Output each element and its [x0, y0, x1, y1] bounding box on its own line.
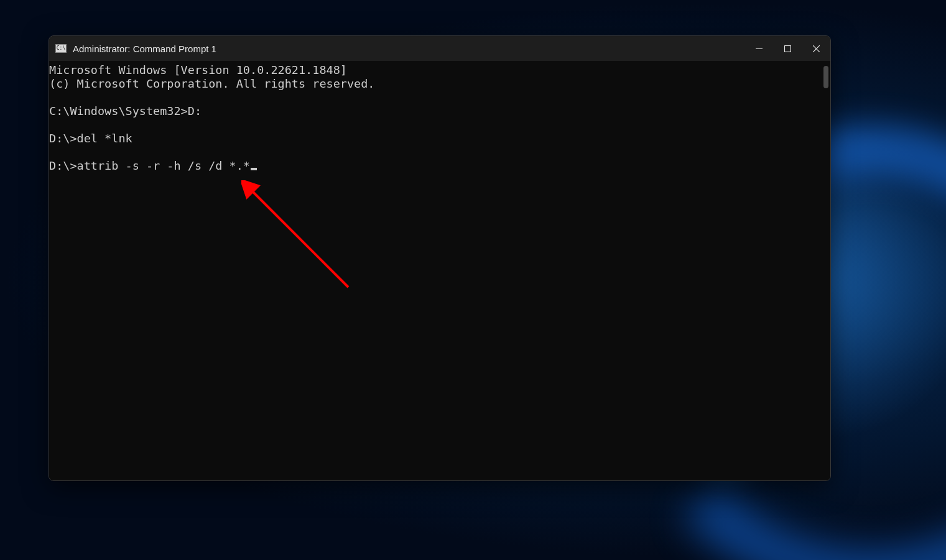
terminal-line: D:\>del *lnk: [49, 132, 132, 145]
maximize-icon: [784, 45, 791, 52]
close-icon: [813, 45, 820, 52]
titlebar[interactable]: C:\ Administrator: Command Prompt 1: [49, 36, 830, 61]
window-controls: [744, 36, 830, 61]
scrollbar-track[interactable]: [822, 63, 830, 480]
terminal-line: D:\>attrib -s -r -h /s /d *.*: [49, 159, 250, 172]
scrollbar-thumb[interactable]: [823, 66, 828, 88]
terminal-line: C:\Windows\System32>D:: [49, 104, 202, 117]
text-cursor: [251, 168, 257, 170]
terminal-line: (c) Microsoft Corporation. All rights re…: [49, 77, 374, 90]
cmd-icon-label: C:\: [57, 46, 65, 51]
maximize-button[interactable]: [773, 36, 802, 61]
cmd-icon: C:\: [55, 44, 67, 53]
minimize-button[interactable]: [744, 36, 773, 61]
close-button[interactable]: [802, 36, 830, 61]
terminal-content[interactable]: Microsoft Windows [Version 10.0.22621.18…: [49, 63, 822, 480]
terminal-body[interactable]: Microsoft Windows [Version 10.0.22621.18…: [49, 61, 830, 480]
window-title: Administrator: Command Prompt 1: [73, 44, 744, 54]
command-prompt-window: C:\ Administrator: Command Prompt 1 Micr…: [49, 35, 831, 481]
svg-rect-1: [784, 45, 791, 52]
minimize-icon: [756, 45, 763, 52]
terminal-line: Microsoft Windows [Version 10.0.22621.18…: [49, 63, 347, 76]
